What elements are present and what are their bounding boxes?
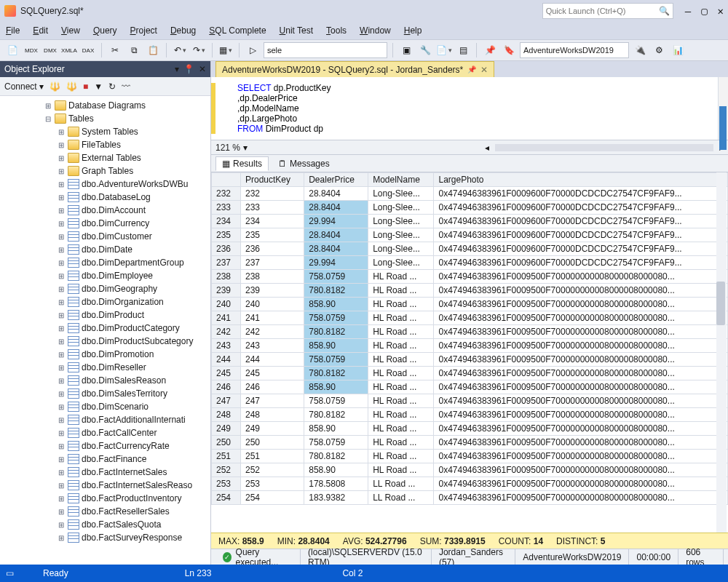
- quick-launch-input[interactable]: [546, 7, 659, 15]
- tree-table[interactable]: ⊞dbo.AdventureWorksDWBu: [0, 178, 210, 191]
- table-row[interactable]: 244244758.0759HL Road ...0x474946383961F…: [212, 353, 728, 367]
- tree-table[interactable]: ⊞dbo.DimOrganization: [0, 295, 210, 308]
- table-row[interactable]: 23623628.8404Long-Slee...0x474946383961F…: [212, 242, 728, 256]
- change-connection-icon[interactable]: ⚙: [651, 42, 667, 58]
- tree-table[interactable]: ⊞dbo.FactProductInventory: [0, 492, 210, 505]
- menu-project[interactable]: Project: [130, 25, 157, 36]
- tree-table[interactable]: ⊞dbo.DimAccount: [0, 204, 210, 217]
- grid-v-scrollbar-thumb[interactable]: [716, 282, 725, 325]
- tree-table[interactable]: ⊞dbo.FactInternetSalesReaso: [0, 479, 210, 492]
- table-row[interactable]: 23223228.8404Long-Slee...0x474946383961F…: [212, 187, 728, 201]
- grid-v-scrollbar[interactable]: [716, 172, 727, 533]
- menu-help[interactable]: Help: [404, 25, 422, 36]
- tree-table[interactable]: ⊞dbo.FactAdditionalInternati: [0, 413, 210, 426]
- table-row[interactable]: 241241758.0759HL Road ...0x474946383961F…: [212, 311, 728, 325]
- maximize-button[interactable]: ▢: [701, 5, 707, 17]
- table-row[interactable]: 246246858.90HL Road ...0x474946383961F00…: [212, 380, 728, 394]
- menu-unit-test[interactable]: Unit Test: [280, 25, 313, 36]
- tree-table[interactable]: ⊞dbo.DimGeography: [0, 282, 210, 295]
- table-row[interactable]: 23523528.8404Long-Slee...0x474946383961F…: [212, 228, 728, 242]
- table-row[interactable]: 23723729.994Long-Slee...0x474946383961F0…: [212, 256, 728, 270]
- results-grid[interactable]: ProductKeyDealerPriceModelNameLargePhoto…: [211, 172, 728, 533]
- disconnect-icon[interactable]: 🔱: [50, 81, 60, 92]
- table-row[interactable]: 251251780.8182HL Road ...0x474946383961F…: [212, 450, 728, 463]
- tree-table[interactable]: ⊞dbo.DimProductSubcategory: [0, 335, 210, 348]
- stop-icon[interactable]: ■: [83, 81, 88, 92]
- code-line[interactable]: ,dp.ModelName: [226, 103, 724, 113]
- paste-icon[interactable]: 📋: [145, 42, 161, 58]
- tree-table[interactable]: ⊞dbo.DatabaseLog: [0, 191, 210, 204]
- tab-pin-icon[interactable]: 📌: [467, 65, 476, 73]
- tree-table[interactable]: ⊞dbo.FactFinance: [0, 453, 210, 466]
- database-dropdown[interactable]: [520, 42, 629, 58]
- zoom-dropdown-icon[interactable]: ▾: [243, 143, 248, 153]
- tree-table[interactable]: ⊞dbo.DimScenario: [0, 400, 210, 413]
- table-row[interactable]: 238238758.0759HL Road ...0x474946383961F…: [212, 270, 728, 284]
- pulse-icon[interactable]: 〰: [122, 81, 130, 92]
- dax-icon[interactable]: DAX: [80, 42, 96, 58]
- wrench-icon[interactable]: 🔧: [417, 42, 433, 58]
- table-row[interactable]: 254254183.9382LL Road ...0x474946383961F…: [212, 491, 728, 505]
- column-header[interactable]: ProductKey: [241, 173, 304, 187]
- tree-table[interactable]: ⊞dbo.FactInternetSales: [0, 466, 210, 479]
- table-row[interactable]: 240240858.90HL Road ...0x474946383961F00…: [212, 298, 728, 311]
- code-line[interactable]: ,dp.DealerPrice: [226, 93, 724, 103]
- h-scroll-left-icon[interactable]: ◂: [485, 143, 489, 153]
- new-query-icon[interactable]: 📄: [4, 42, 20, 58]
- tree-table[interactable]: ⊞dbo.DimCurrency: [0, 217, 210, 230]
- document-tab[interactable]: AdventureWorksDW2019 - SQLQuery2.sql - J…: [215, 61, 494, 77]
- redo-icon[interactable]: ↷: [191, 42, 207, 58]
- table-row[interactable]: 23323328.8404Long-Slee...0x474946383961F…: [212, 201, 728, 215]
- column-header[interactable]: [212, 173, 241, 187]
- tree-table[interactable]: ⊞dbo.DimPromotion: [0, 348, 210, 361]
- code-line[interactable]: FROM DimProduct dp: [226, 124, 724, 134]
- column-header[interactable]: DealerPrice: [304, 173, 368, 187]
- zoom-value[interactable]: 121 %: [215, 143, 240, 153]
- column-header[interactable]: LargePhoto: [434, 173, 728, 187]
- tree-table[interactable]: ⊞dbo.DimSalesTerritory: [0, 387, 210, 400]
- menu-view[interactable]: View: [61, 25, 80, 36]
- table-row[interactable]: 248248780.8182HL Road ...0x474946383961F…: [212, 408, 728, 422]
- tree-table[interactable]: ⊞dbo.FactCallCenter: [0, 426, 210, 439]
- results-tab[interactable]: ▦ Results: [215, 156, 269, 171]
- results-grid-icon[interactable]: ▤: [455, 42, 471, 58]
- tab-close-icon[interactable]: ✕: [480, 65, 488, 75]
- menu-file[interactable]: File: [6, 25, 20, 36]
- panel-dropdown-icon[interactable]: ▾: [175, 64, 179, 74]
- tree-folder-database-diagrams[interactable]: ⊞Database Diagrams: [0, 99, 210, 112]
- code-editor[interactable]: SELECT dp.ProductKey ,dp.DealerPrice ,dp…: [211, 77, 728, 140]
- tree-table[interactable]: ⊞dbo.DimEmployee: [0, 269, 210, 282]
- panel-pin-icon[interactable]: 📍: [183, 64, 194, 74]
- table-row[interactable]: 245245780.8182HL Road ...0x474946383961F…: [212, 367, 728, 380]
- object-explorer-tree[interactable]: ⊞Database Diagrams⊟Tables⊞System Tables⊞…: [0, 96, 210, 565]
- table-row[interactable]: 253253178.5808LL Road ...0x474946383961F…: [212, 477, 728, 491]
- tree-folder-system-tables[interactable]: ⊞System Tables: [0, 125, 210, 138]
- debug-icon[interactable]: ▷: [245, 42, 261, 58]
- minimize-button[interactable]: —: [685, 5, 691, 17]
- copy-icon[interactable]: ⧉: [126, 42, 142, 58]
- tree-table[interactable]: ⊞dbo.DimProduct: [0, 308, 210, 322]
- filter-tree-icon[interactable]: ▼: [94, 81, 103, 92]
- menu-sql-complete[interactable]: SQL Complete: [209, 25, 266, 36]
- tree-table[interactable]: ⊞dbo.DimProductCategory: [0, 322, 210, 335]
- undo-icon[interactable]: ↶: [172, 42, 188, 58]
- execute-icon[interactable]: ▦: [218, 42, 234, 58]
- xmla-icon[interactable]: XMLA: [61, 42, 77, 58]
- sele-input[interactable]: [264, 42, 387, 58]
- tree-folder-graph-tables[interactable]: ⊞Graph Tables: [0, 164, 210, 178]
- menu-tools[interactable]: Tools: [326, 25, 347, 36]
- close-button[interactable]: ✕: [718, 5, 724, 17]
- panel-close-icon[interactable]: ✕: [199, 64, 206, 74]
- menu-query[interactable]: Query: [93, 25, 117, 36]
- sql-prompt-icon[interactable]: ▣: [398, 42, 414, 58]
- table-row[interactable]: 250250758.0759HL Road ...0x474946383961F…: [212, 436, 728, 450]
- filter-icon[interactable]: 🔖: [501, 42, 517, 58]
- tree-table[interactable]: ⊞dbo.FactSurveyResponse: [0, 531, 210, 544]
- h-scroll-track[interactable]: [495, 144, 713, 151]
- tree-table[interactable]: ⊞dbo.FactSalesQuota: [0, 518, 210, 531]
- connect-button[interactable]: Connect ▾: [4, 81, 44, 92]
- tree-table[interactable]: ⊞dbo.DimReseller: [0, 361, 210, 374]
- disconnect-all-icon[interactable]: 🔱: [66, 81, 77, 92]
- messages-tab[interactable]: 🗒 Messages: [272, 156, 336, 171]
- refresh-icon[interactable]: ↻: [108, 81, 116, 92]
